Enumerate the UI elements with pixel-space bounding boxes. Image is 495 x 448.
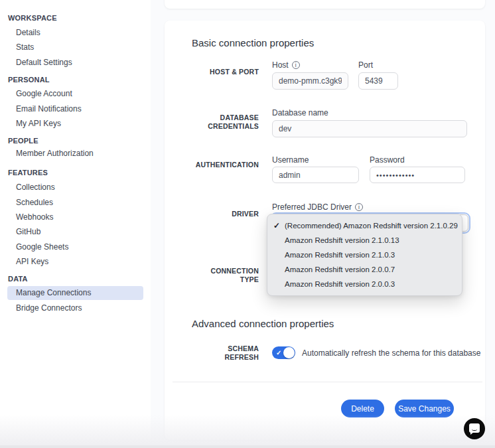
sidebar-item-api-keys[interactable]: API Keys [16, 257, 48, 266]
footer-divider [173, 382, 482, 382]
host-input[interactable] [272, 72, 348, 90]
info-icon[interactable]: i [292, 61, 300, 69]
driver-option[interactable]: Amazon Redshift version 2.1.0.13 [267, 233, 462, 248]
schema-refresh-description-text: Automatically refresh the schema for thi… [302, 348, 480, 358]
sidebar-item-collections[interactable]: Collections [16, 183, 55, 192]
sidebar-item-manage-connections[interactable]: Manage Connections [7, 286, 143, 300]
section-label-line1: SCHEMA [178, 344, 259, 353]
advanced-properties-heading: Advanced connection properties [192, 318, 334, 329]
section-label-host-port: HOST & PORT [178, 68, 259, 76]
sidebar-item-google-sheets[interactable]: Google Sheets [16, 242, 68, 252]
section-label-schema-refresh: SCHEMA REFRESH [178, 344, 259, 362]
jdbc-driver-label-text: Preferred JDBC Driver [272, 202, 352, 212]
sidebar-item-schedules[interactable]: Schedules [16, 198, 53, 207]
port-label-text: Port [358, 60, 373, 70]
password-input[interactable] [370, 167, 465, 183]
sidebar-item-webhooks[interactable]: Webhooks [16, 212, 53, 222]
username-label-text: Username [272, 155, 309, 165]
password-label-text: Password [370, 155, 405, 165]
section-label-line2: REFRESH [178, 353, 259, 362]
sidebar-item-bridge-connectors[interactable]: Bridge Connectors [16, 303, 82, 313]
previous-card-partial [165, 0, 485, 9]
basic-properties-heading: Basic connection properties [192, 37, 314, 48]
driver-option[interactable]: Amazon Redshift version 2.0.0.7 [267, 262, 462, 277]
section-label-line1: DATABASE [178, 113, 259, 122]
check-icon: ✓ [273, 218, 280, 233]
chat-widget-button[interactable] [464, 418, 485, 439]
username-label: Username [272, 155, 309, 165]
sidebar-item-details[interactable]: Details [16, 28, 40, 37]
window-bottom-edge [0, 445, 495, 448]
schema-refresh-description: Automatically refresh the schema for thi… [302, 348, 480, 358]
section-label-line1: CONNECTION [178, 267, 259, 275]
driver-option-label: (Recommended) Amazon Redshift version 2.… [285, 222, 458, 230]
driver-option[interactable]: Amazon Redshift version 2.1.0.3 [267, 248, 462, 262]
delete-button[interactable]: Delete [341, 400, 384, 417]
check-icon: ✓ [276, 346, 281, 359]
driver-option[interactable]: Amazon Redshift version 2.0.0.3 [267, 277, 462, 291]
host-label-text: Host [272, 60, 289, 70]
database-name-label-text: Database name [272, 108, 328, 117]
jdbc-driver-label: Preferred JDBC Driver i [272, 202, 363, 212]
chat-smile-icon [472, 427, 477, 431]
section-label-database-credentials: DATABASE CREDENTIALS [178, 113, 259, 131]
sidebar-item-github[interactable]: GitHub [16, 227, 40, 236]
driver-option-label: Amazon Redshift version 2.0.0.3 [285, 280, 395, 288]
driver-dropdown-menu: ✓ (Recommended) Amazon Redshift version … [267, 214, 462, 296]
password-label: Password [370, 155, 405, 165]
sidebar-section-data: DATA [8, 275, 28, 283]
sidebar-item-email-notifications[interactable]: Email Notifications [16, 104, 82, 113]
section-label-authentication: AUTHENTICATION [178, 161, 259, 169]
sidebar-item-my-api-keys[interactable]: My API Keys [16, 119, 61, 128]
username-input[interactable] [272, 167, 359, 183]
settings-sidebar: WORKSPACE Details Stats Default Settings… [0, 0, 151, 448]
sidebar-section-people: PEOPLE [8, 137, 38, 145]
sidebar-item-stats[interactable]: Stats [16, 42, 34, 52]
sidebar-section-personal: PERSONAL [8, 76, 50, 84]
driver-option-label: Amazon Redshift version 2.1.0.13 [285, 236, 399, 244]
schema-refresh-toggle[interactable]: ✓ [272, 346, 295, 359]
driver-option-label: Amazon Redshift version 2.0.0.7 [285, 265, 395, 273]
driver-option-label: Amazon Redshift version 2.1.0.3 [285, 251, 395, 259]
section-label-connection-type: CONNECTION TYPE [178, 267, 259, 284]
database-name-label: Database name [272, 108, 328, 117]
section-label-line2: TYPE [178, 275, 259, 284]
info-icon[interactable]: i [355, 203, 363, 211]
section-label-line2: CREDENTIALS [178, 122, 259, 131]
sidebar-item-google-account[interactable]: Google Account [16, 89, 72, 98]
sidebar-item-default-settings[interactable]: Default Settings [16, 58, 72, 67]
driver-option-recommended[interactable]: ✓ (Recommended) Amazon Redshift version … [267, 218, 462, 233]
section-label-driver: DRIVER [178, 210, 259, 218]
port-label: Port [358, 60, 373, 70]
chat-bubble-icon [469, 423, 480, 433]
sidebar-section-features: FEATURES [8, 169, 48, 177]
host-label: Host i [272, 60, 300, 70]
sidebar-section-workspace: WORKSPACE [8, 14, 57, 22]
port-input[interactable] [358, 72, 398, 90]
toggle-knob [283, 347, 295, 358]
save-changes-button[interactable]: Save Changes [395, 400, 454, 417]
connection-settings-card: Basic connection properties HOST & PORT … [165, 21, 485, 440]
database-name-input[interactable] [272, 120, 467, 137]
sidebar-item-member-authorization[interactable]: Member Authorization [16, 149, 94, 158]
